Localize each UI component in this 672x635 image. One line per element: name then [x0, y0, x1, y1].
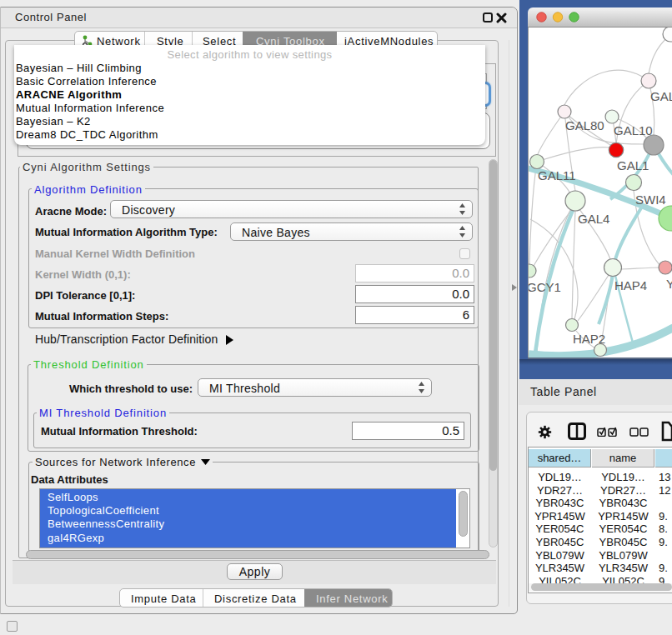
svg-text:GCY1: GCY1 [529, 280, 561, 294]
svg-text:GAL10: GAL10 [614, 123, 653, 138]
svg-text:GAL11: GAL11 [538, 168, 576, 182]
svg-text:GAL4: GAL4 [578, 212, 609, 226]
svg-text:GAL7: GAL7 [650, 89, 672, 103]
svg-text:Y: Y [666, 277, 672, 291]
svg-text:HAP4: HAP4 [614, 278, 647, 292]
svg-text:GAL80: GAL80 [565, 118, 604, 132]
svg-text:GAL1: GAL1 [617, 158, 649, 172]
svg-text:SWI4: SWI4 [635, 192, 666, 207]
svg-text:HAP2: HAP2 [573, 332, 605, 346]
